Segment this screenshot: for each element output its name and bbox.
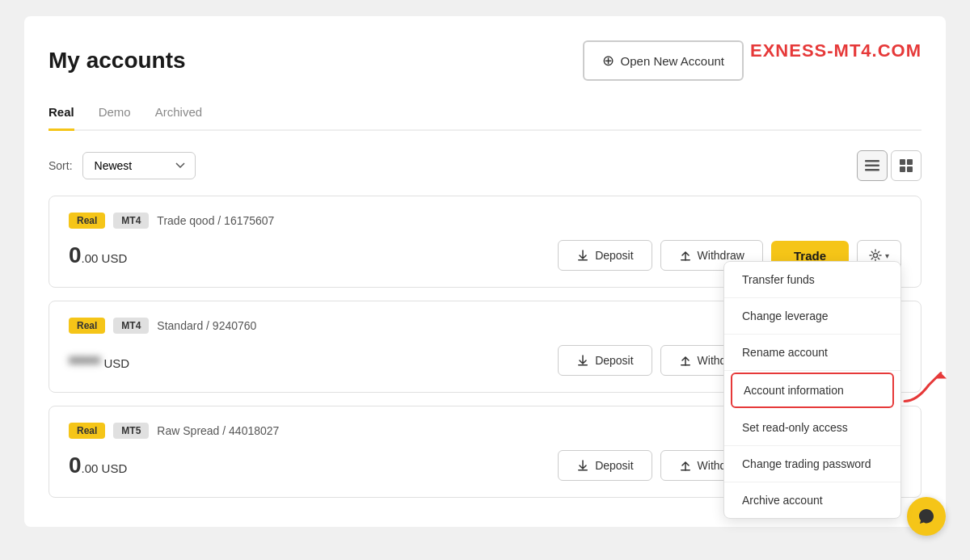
svg-rect-1 <box>865 165 879 167</box>
tabs-row: Real Demo Archived <box>48 97 922 131</box>
deposit-icon-2 <box>576 354 589 367</box>
deposit-button-3[interactable]: Deposit <box>558 450 652 481</box>
svg-rect-15 <box>681 469 690 471</box>
svg-rect-5 <box>900 166 905 172</box>
withdraw-icon-2 <box>679 354 692 367</box>
sort-label: Sort: <box>48 159 73 172</box>
badge-mt4-2: MT4 <box>113 318 149 334</box>
deposit-button-2[interactable]: Deposit <box>558 345 652 376</box>
withdraw-icon-1 <box>679 249 692 262</box>
dropdown-change-leverage[interactable]: Change leverage <box>724 298 900 335</box>
svg-rect-8 <box>681 259 690 261</box>
svg-rect-2 <box>865 169 879 171</box>
svg-rect-0 <box>865 160 879 162</box>
svg-rect-11 <box>578 364 588 366</box>
dropdown-rename-account[interactable]: Rename account <box>724 335 900 371</box>
svg-rect-3 <box>900 159 905 165</box>
dropdown-set-readonly[interactable]: Set read-only access <box>724 410 900 446</box>
badge-real-3: Real <box>69 423 105 439</box>
svg-rect-6 <box>907 166 913 172</box>
view-toggle <box>857 150 922 181</box>
deposit-icon-3 <box>576 459 589 472</box>
dropdown-transfer-funds[interactable]: Transfer funds <box>724 262 900 298</box>
svg-rect-4 <box>907 159 913 165</box>
tab-archived[interactable]: Archived <box>155 97 202 131</box>
sort-select[interactable]: Newest Oldest <box>82 152 196 179</box>
gear-icon-1 <box>869 249 882 262</box>
tab-real[interactable]: Real <box>48 97 74 131</box>
list-view-button[interactable] <box>857 150 888 181</box>
plus-icon: ⊕ <box>602 52 614 69</box>
tab-demo[interactable]: Demo <box>99 97 131 131</box>
grid-icon <box>900 159 913 172</box>
svg-rect-14 <box>578 469 588 471</box>
account-balance-2: •••• USD <box>69 347 129 373</box>
account-card-1: Real MT4 Trade qood / 16175607 0.00 USD … <box>48 196 922 288</box>
svg-rect-12 <box>681 364 690 366</box>
account-name-1: Trade qood / 16175607 <box>157 214 274 227</box>
svg-point-9 <box>874 254 878 258</box>
dropdown-change-password[interactable]: Change trading password <box>724 446 900 482</box>
dropdown-menu: Transfer funds Change leverage Rename ac… <box>723 261 901 519</box>
branding-logo: EXNESS-MT4.COM <box>750 40 922 61</box>
badge-real-2: Real <box>69 318 105 334</box>
gear-chevron-1: ▾ <box>885 251 889 260</box>
svg-marker-10 <box>936 373 947 379</box>
account-balance-3: 0.00 USD <box>69 453 127 478</box>
deposit-button-1[interactable]: Deposit <box>558 240 652 271</box>
grid-view-button[interactable] <box>891 150 922 181</box>
dropdown-archive-account[interactable]: Archive account <box>724 482 900 518</box>
badge-real-1: Real <box>69 213 105 229</box>
chat-icon <box>917 507 935 525</box>
badge-mt4-1: MT4 <box>113 213 149 229</box>
chat-button[interactable] <box>907 497 946 536</box>
list-icon <box>865 160 879 171</box>
badge-mt5-3: MT5 <box>113 423 149 439</box>
svg-rect-7 <box>578 259 588 261</box>
dropdown-account-information[interactable]: Account information <box>731 373 894 408</box>
open-new-account-button[interactable]: ⊕ Open New Account <box>583 40 744 81</box>
withdraw-icon-3 <box>679 459 692 472</box>
page-title: My accounts <box>48 48 186 74</box>
account-balance-1: 0.00 USD <box>69 242 127 268</box>
account-name-2: Standard / 9240760 <box>157 319 256 332</box>
account-name-3: Raw Spread / 44018027 <box>157 424 279 437</box>
deposit-icon-1 <box>576 249 589 262</box>
